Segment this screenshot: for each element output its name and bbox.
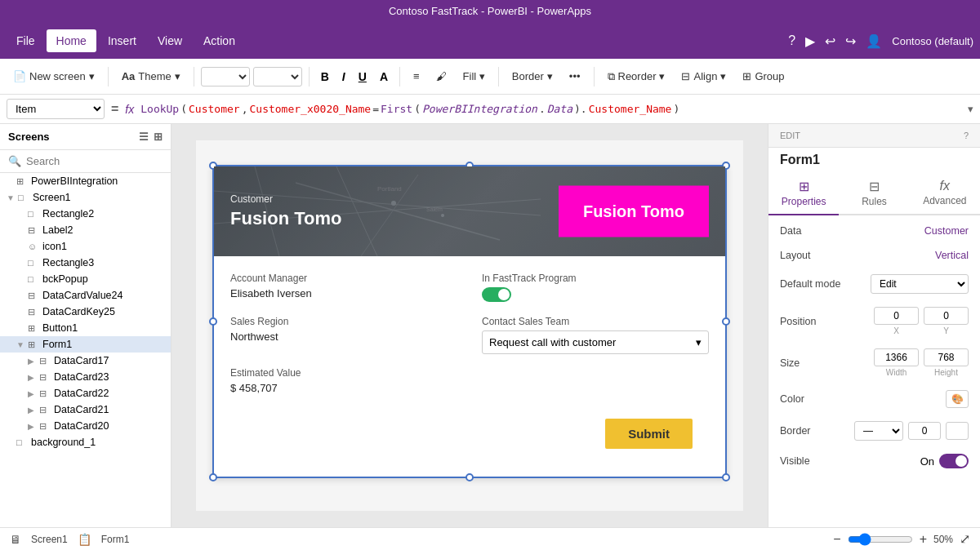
menu-insert[interactable]: Insert: [98, 29, 146, 52]
prop-y-input[interactable]: [924, 307, 969, 325]
zoom-slider[interactable]: [848, 533, 913, 546]
menu-file[interactable]: File: [7, 29, 45, 52]
tree-item-btn1[interactable]: ⊞ Button1: [0, 320, 171, 336]
tree-item-screen1[interactable]: ▼ □ Screen1: [0, 189, 171, 206]
user-icon[interactable]: 👤: [866, 33, 882, 49]
account-label[interactable]: Contoso (default): [892, 35, 973, 47]
contact-sales-dropdown[interactable]: Request call with customer ▾: [482, 330, 709, 354]
italic-button[interactable]: I: [337, 69, 350, 85]
expand-icon[interactable]: ⤢: [960, 531, 970, 547]
tree-item-powerbi[interactable]: ⊞ PowerBIIntegration: [0, 173, 171, 189]
new-screen-button[interactable]: 📄 New screen ▾: [7, 67, 101, 86]
fusion-tomo-button[interactable]: Fusion Tomo: [559, 186, 709, 237]
formula-expand-icon[interactable]: ▾: [968, 103, 973, 115]
fasttrack-toggle[interactable]: [482, 287, 511, 302]
theme-button[interactable]: Aa Theme ▾: [115, 67, 187, 86]
play-icon[interactable]: ▶: [805, 33, 815, 49]
menu-view[interactable]: View: [148, 29, 192, 52]
dc20-expand[interactable]: ▶: [28, 422, 36, 431]
font-size-dropdown[interactable]: [253, 67, 302, 86]
tree-item-bckpopup[interactable]: □ bckPopup: [0, 271, 171, 287]
screen1-expand[interactable]: ▼: [7, 193, 15, 202]
font-color-button[interactable]: A: [375, 69, 393, 85]
prop-width-input[interactable]: [874, 348, 919, 366]
more-button[interactable]: •••: [563, 67, 587, 86]
menu-home[interactable]: Home: [47, 29, 96, 52]
search-input[interactable]: [26, 155, 163, 167]
menu-action[interactable]: Action: [194, 29, 245, 52]
prop-border-width[interactable]: [908, 422, 941, 440]
tree-item-form1[interactable]: ▼ ⊞ Form1: [0, 336, 171, 353]
handle-bottom-center[interactable]: [466, 473, 474, 481]
dc17-expand[interactable]: ▶: [28, 357, 36, 366]
formula-display[interactable]: LookUp(Customer,Customer_x0020_Name=Firs…: [140, 103, 961, 115]
help-icon-right[interactable]: ?: [964, 131, 969, 140]
prop-visible-toggle[interactable]: [939, 454, 969, 468]
left-panel: Screens ☰ ⊞ 🔍 ⊞ PowerBIIntegration ▼ □ S…: [0, 124, 172, 527]
bold-button[interactable]: B: [316, 69, 334, 85]
prop-border-style[interactable]: —: [854, 421, 903, 441]
zoom-plus[interactable]: +: [920, 532, 927, 547]
prop-x-input[interactable]: [874, 307, 919, 325]
border-button[interactable]: Border ▾: [506, 67, 559, 86]
prop-color-swatch[interactable]: 🎨: [946, 390, 969, 408]
prop-height-input[interactable]: [924, 348, 969, 366]
dc21-expand[interactable]: ▶: [28, 406, 36, 415]
form1-status[interactable]: Form1: [101, 534, 130, 545]
tree-item-label2[interactable]: ⊟ Label2: [0, 222, 171, 238]
search-icon: 🔍: [8, 155, 21, 167]
help-icon[interactable]: ?: [788, 33, 795, 48]
underline-button[interactable]: U: [354, 69, 372, 85]
tree-item-rect2[interactable]: □ Rectangle2: [0, 206, 171, 222]
list-view-icon[interactable]: ☰: [139, 131, 149, 143]
tab-rules[interactable]: ⊟ Rules: [839, 172, 909, 214]
grid-view-icon[interactable]: ⊞: [154, 131, 163, 143]
tree-item-dc21[interactable]: ▶ ⊟ DataCard21: [0, 401, 171, 418]
form1-expand[interactable]: ▼: [16, 340, 24, 349]
handle-bottom-left[interactable]: [209, 473, 217, 481]
dc21-label: DataCard21: [54, 404, 109, 415]
handle-bottom-right[interactable]: [722, 473, 730, 481]
screen1-status[interactable]: Screen1: [31, 534, 68, 545]
fill-button[interactable]: Fill ▾: [457, 67, 492, 86]
tree-item-icon1[interactable]: ☺ icon1: [0, 238, 171, 255]
tree-item-dc25[interactable]: ⊟ DataCardKey25: [0, 304, 171, 320]
canvas-area[interactable]: Portland Salem Customer Fusion Tomo Fusi…: [172, 124, 768, 527]
property-select[interactable]: Item: [7, 99, 105, 119]
font-family-dropdown[interactable]: [201, 67, 250, 86]
dc22-expand[interactable]: ▶: [28, 389, 36, 398]
dc23-expand[interactable]: ▶: [28, 373, 36, 382]
theme-chevron: ▾: [175, 70, 180, 82]
group-button[interactable]: ⊞ Group: [736, 67, 791, 86]
zoom-minus[interactable]: −: [833, 532, 840, 547]
prop-mode-select[interactable]: Edit: [871, 274, 969, 294]
tree-item-dc24[interactable]: ⊟ DataCardValue24: [0, 287, 171, 304]
prop-border-color[interactable]: [946, 422, 969, 440]
sales-region-label: Sales Region: [230, 316, 457, 327]
redo-icon[interactable]: ↪: [845, 33, 856, 49]
handle-middle-left[interactable]: [209, 317, 217, 326]
prop-size-label: Size: [780, 357, 800, 369]
undo-icon[interactable]: ↩: [825, 33, 835, 49]
reorder-chevron: ▾: [659, 70, 665, 82]
tree-item-dc17[interactable]: ▶ ⊟ DataCard17: [0, 353, 171, 369]
tree-item-dc22[interactable]: ▶ ⊟ DataCard22: [0, 385, 171, 401]
align-button[interactable]: ≡: [407, 67, 426, 86]
empty-cell: [482, 367, 709, 394]
align-layout-button[interactable]: ⊟ Align ▾: [675, 67, 733, 86]
tree-item-dc23[interactable]: ▶ ⊟ DataCard23: [0, 369, 171, 385]
tabs-bar: ⊞ Properties ⊟ Rules fx Advanced: [768, 172, 980, 215]
prop-layout-value[interactable]: Vertical: [935, 250, 969, 261]
reorder-button[interactable]: ⧉ Reorder ▾: [601, 67, 672, 86]
tree-item-bg1[interactable]: □ background_1: [0, 434, 171, 450]
tree-item-dc20[interactable]: ▶ ⊟ DataCard20: [0, 418, 171, 434]
tab-properties[interactable]: ⊞ Properties: [768, 172, 839, 215]
tree-item-rect3[interactable]: □ Rectangle3: [0, 255, 171, 271]
prop-data-value[interactable]: Customer: [924, 225, 969, 237]
handle-middle-right[interactable]: [722, 317, 730, 326]
submit-button[interactable]: Submit: [605, 419, 693, 449]
form-canvas[interactable]: Portland Salem Customer Fusion Tomo Fusi…: [212, 165, 727, 478]
tab-advanced[interactable]: fx Advanced: [910, 172, 980, 214]
new-screen-chevron: ▾: [89, 70, 95, 82]
paint-button[interactable]: 🖌: [430, 67, 453, 86]
